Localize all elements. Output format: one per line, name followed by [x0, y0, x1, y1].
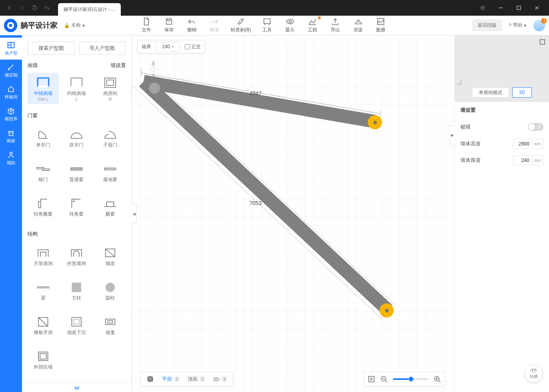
zoom-in-icon[interactable]: [434, 376, 441, 383]
tool-project[interactable]: 工程: [306, 17, 319, 33]
minimap-resize-icon[interactable]: [457, 80, 462, 85]
chevron-down-icon: ▾: [524, 23, 526, 28]
window-maximize-icon[interactable]: [510, 0, 528, 16]
window-close-icon[interactable]: [528, 0, 546, 16]
nav-forward-icon[interactable]: [16, 2, 28, 14]
link-icon[interactable]: [41, 2, 53, 14]
back-to-old-version-button[interactable]: 返回旧版: [473, 20, 502, 31]
nav-merchant[interactable]: 商家: [0, 125, 22, 147]
tool-redo: 恢复: [208, 17, 221, 33]
wall-tool-room[interactable]: 画房间R: [95, 73, 126, 104]
tool-tools[interactable]: 工具: [260, 17, 274, 33]
svg-rect-23: [72, 318, 81, 326]
wall-endpoint-1[interactable]: [368, 115, 382, 129]
svg-rect-2: [517, 6, 521, 10]
view-icon[interactable]: [143, 374, 157, 385]
fit-screen-icon[interactable]: [368, 376, 375, 383]
toolbar-tools: 文件 保存 撤销 恢复 材质刷(B) 工具 显示 工程 导出 渲染 图册: [140, 17, 387, 33]
svg-point-42: [531, 368, 537, 373]
user-avatar[interactable]: 3: [533, 20, 545, 31]
brand-logo-icon: [4, 19, 17, 32]
door-sliding[interactable]: 移门: [27, 157, 59, 188]
app-toolbar: 躺平设计家 🔒 名称 ▾ 文件 保存 撤销 恢复 材质刷(B) 工具 显示 工程…: [0, 16, 549, 35]
lock-wall-toggle[interactable]: 关: [528, 123, 544, 131]
door-double[interactable]: 双开门: [61, 122, 93, 154]
panel-expand-toggle[interactable]: [22, 383, 131, 392]
tool-export[interactable]: 导出: [329, 17, 342, 33]
nav-showroom[interactable]: 样板间: [0, 82, 22, 103]
window-bay[interactable]: 飘窗: [95, 191, 126, 223]
section-doors-windows: 门窗: [22, 108, 131, 120]
wall-endpoint-2[interactable]: [380, 303, 394, 318]
tool-render[interactable]: 渲染: [351, 17, 365, 33]
svg-rect-28: [40, 354, 46, 359]
tool-material-brush[interactable]: 材质刷(B): [231, 17, 251, 33]
wall-tool-innerline[interactable]: 内线画墙L: [61, 73, 93, 104]
tab-wall-settings[interactable]: 墙设置: [111, 62, 126, 69]
feedback-button[interactable]: 吐槽: [525, 365, 543, 383]
canvas[interactable]: 墙厚 240▾ 正交 N ◀ 4947 7053: [132, 35, 455, 392]
struct-wall-niche[interactable]: 墙龛: [95, 310, 126, 341]
zoom-slider[interactable]: [393, 378, 428, 380]
file-name-dropdown[interactable]: 🔒 名称 ▾: [64, 22, 85, 29]
tool-show[interactable]: 显示: [283, 17, 296, 33]
svg-point-1: [482, 7, 484, 9]
zoom-out-icon[interactable]: [380, 376, 387, 383]
nav-custom[interactable]: 做定制: [0, 60, 22, 82]
browser-tab[interactable]: 躺平设计家3D云设计 - ...: [58, 3, 121, 16]
tool-save[interactable]: 保存: [162, 17, 176, 33]
section-structure: 结构: [22, 227, 131, 238]
minimap-expand-icon[interactable]: [538, 38, 547, 46]
svg-rect-5: [167, 19, 170, 21]
window-corner[interactable]: 转角窗: [61, 191, 93, 223]
minimap[interactable]: 单房间模式 3D: [455, 35, 549, 102]
collapse-right-panel[interactable]: ▶: [449, 125, 455, 144]
window-corner-bay[interactable]: 转角飘窗: [27, 191, 59, 223]
chevron-down-icon: ▾: [82, 23, 85, 28]
nav-back-icon[interactable]: [3, 2, 16, 14]
struct-square-column[interactable]: 方柱: [61, 275, 93, 307]
struct-floor-sunken[interactable]: 地面下沉: [61, 310, 93, 341]
tool-undo[interactable]: 撤销: [185, 17, 198, 33]
tab-draw-wall[interactable]: 画墙: [27, 62, 38, 69]
svg-point-6: [289, 20, 291, 23]
nav-mine[interactable]: 我的: [0, 147, 22, 169]
struct-rect-hole[interactable]: 方形墙洞: [27, 241, 59, 272]
svg-rect-15: [42, 169, 49, 171]
svg-rect-7: [378, 18, 384, 25]
door-single[interactable]: 单开门: [27, 122, 59, 154]
struct-beam[interactable]: 梁: [27, 275, 59, 307]
left-panel: 搜索户型图 导入户型图 画墙 墙设置 中线画墙Ctrl L 内线画墙L 画房间R: [22, 35, 132, 392]
struct-flue[interactable]: 烟道: [95, 241, 126, 272]
left-nav: 画户型 做定制 样板间 模型库 商家 我的: [0, 35, 22, 392]
view-plan[interactable]: 平面1: [159, 374, 183, 384]
search-floorplan-button[interactable]: 搜索户型图: [27, 42, 75, 55]
struct-slab-opening[interactable]: 楼板开洞: [27, 310, 59, 341]
brand: 躺平设计家: [4, 19, 58, 32]
wall-height-input[interactable]: 2800mm: [513, 139, 544, 149]
window-floor[interactable]: 落地窗: [95, 157, 126, 188]
wall-thickness-input[interactable]: 240mm: [513, 155, 544, 165]
svg-rect-11: [71, 78, 82, 87]
struct-arch-hole[interactable]: 拱形墙洞: [61, 241, 93, 272]
view-ceiling[interactable]: 顶面2: [184, 374, 208, 384]
struct-round-column[interactable]: 圆柱: [95, 275, 126, 307]
window-normal[interactable]: 普通窗: [61, 157, 93, 188]
window-minimize-icon[interactable]: [492, 0, 510, 16]
view-3d[interactable]: 3D3: [210, 375, 230, 384]
nav-model-lib[interactable]: 模型库: [0, 103, 22, 125]
nav-floorplan[interactable]: 画户型: [0, 38, 22, 60]
wall-tool-centerline[interactable]: 中线画墙Ctrl L: [27, 73, 59, 104]
mode-3d[interactable]: 3D: [512, 87, 531, 98]
svg-rect-13: [107, 80, 114, 85]
struct-external-area[interactable]: 外部区域: [27, 344, 59, 376]
settings-icon[interactable]: [474, 0, 492, 16]
titlebar: 躺平设计家3D云设计 - ...: [0, 0, 549, 16]
door-mother-child[interactable]: 子母门: [95, 122, 126, 154]
help-dropdown[interactable]: ?帮助▾: [509, 22, 526, 29]
reload-icon[interactable]: [28, 2, 41, 14]
tool-album[interactable]: 图册: [374, 17, 387, 33]
mode-single-room[interactable]: 单房间模式: [472, 87, 509, 98]
tool-file[interactable]: 文件: [140, 17, 153, 33]
import-floorplan-button[interactable]: 导入户型图: [79, 42, 126, 55]
